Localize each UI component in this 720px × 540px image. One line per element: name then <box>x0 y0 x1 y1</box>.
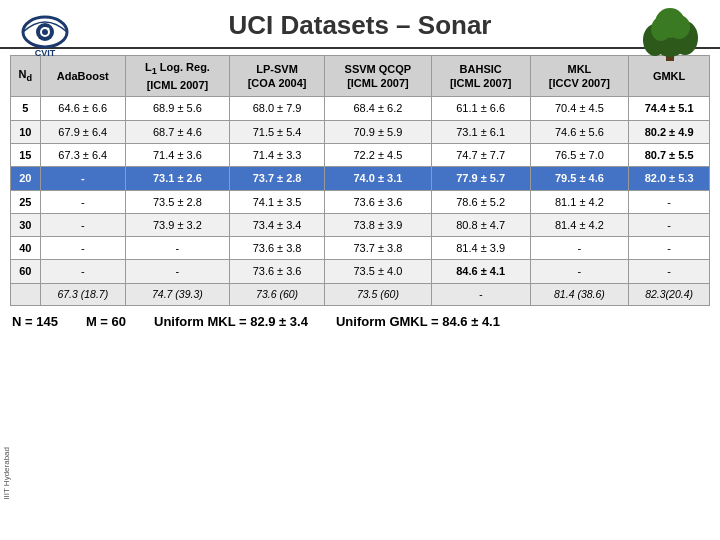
data-cell: 80.8 ± 4.7 <box>431 213 530 236</box>
table-row: 564.6 ± 6.668.9 ± 5.668.0 ± 7.968.4 ± 6.… <box>11 97 710 120</box>
table-footer-row: 67.3 (18.7)74.7 (39.3)73.6 (60)73.5 (60)… <box>11 283 710 306</box>
data-cell: 81.4 ± 3.9 <box>431 237 530 260</box>
table-row: 20-73.1 ± 2.673.7 ± 2.874.0 ± 3.177.9 ± … <box>11 167 710 190</box>
table-row: 1567.3 ± 6.471.4 ± 3.671.4 ± 3.372.2 ± 4… <box>11 144 710 167</box>
col-lpsvm: LP-SVM[COA 2004] <box>229 56 324 97</box>
data-cell: 79.5 ± 4.6 <box>530 167 628 190</box>
m-value: M = 60 <box>86 314 126 329</box>
data-cell: 68.4 ± 6.2 <box>325 97 431 120</box>
col-ssvmqcqp: SSVM QCQP[ICML 2007] <box>325 56 431 97</box>
nd-cell: 20 <box>11 167 41 190</box>
data-cell: 74.7 ± 7.7 <box>431 144 530 167</box>
table-row: 30-73.9 ± 3.273.4 ± 3.473.8 ± 3.980.8 ± … <box>11 213 710 236</box>
data-cell: 73.1 ± 6.1 <box>431 120 530 143</box>
data-cell: 73.6 ± 3.8 <box>229 237 324 260</box>
data-cell: 81.1 ± 4.2 <box>530 190 628 213</box>
col-mkl: MKL[ICCV 2007] <box>530 56 628 97</box>
data-cell: 78.6 ± 5.2 <box>431 190 530 213</box>
n-value: N = 145 <box>12 314 58 329</box>
data-cell: 61.1 ± 6.6 <box>431 97 530 120</box>
data-cell: 70.4 ± 4.5 <box>530 97 628 120</box>
data-cell: 67.3 ± 6.4 <box>40 144 125 167</box>
data-cell: 71.5 ± 5.4 <box>229 120 324 143</box>
cvit-logo: CVIT <box>15 8 75 63</box>
svg-text:CVIT: CVIT <box>35 48 56 58</box>
data-cell: 74.4 ± 5.1 <box>629 97 710 120</box>
data-cell: - <box>629 213 710 236</box>
data-cell: - <box>125 237 229 260</box>
nd-cell: 15 <box>11 144 41 167</box>
page-header: CVIT UCI Datasets – Sonar <box>0 0 720 49</box>
footer-cell: 82.3(20.4) <box>629 283 710 306</box>
data-cell: 70.9 ± 5.9 <box>325 120 431 143</box>
footer-cell: 73.5 (60) <box>325 283 431 306</box>
data-cell: 73.7 ± 2.8 <box>229 167 324 190</box>
data-cell: 73.9 ± 3.2 <box>125 213 229 236</box>
data-cell: - <box>40 190 125 213</box>
data-cell: 67.9 ± 6.4 <box>40 120 125 143</box>
data-cell: - <box>40 167 125 190</box>
footer-cell: 81.4 (38.6) <box>530 283 628 306</box>
nd-cell: 5 <box>11 97 41 120</box>
data-cell: 71.4 ± 3.6 <box>125 144 229 167</box>
data-cell: 84.6 ± 4.1 <box>431 260 530 283</box>
data-cell: - <box>40 213 125 236</box>
footer-cell: 67.3 (18.7) <box>40 283 125 306</box>
data-cell: 82.0 ± 5.3 <box>629 167 710 190</box>
data-cell: 81.4 ± 4.2 <box>530 213 628 236</box>
table-row: 40--73.6 ± 3.873.7 ± 3.881.4 ± 3.9-- <box>11 237 710 260</box>
footer-cell: - <box>431 283 530 306</box>
data-cell: 80.7 ± 5.5 <box>629 144 710 167</box>
data-cell: 73.8 ± 3.9 <box>325 213 431 236</box>
data-cell: 73.6 ± 3.6 <box>229 260 324 283</box>
data-cell: 68.9 ± 5.6 <box>125 97 229 120</box>
nd-cell: 10 <box>11 120 41 143</box>
data-cell: - <box>629 260 710 283</box>
data-table-wrapper: Nd AdaBoost L1 Log. Reg.[ICML 2007] LP-S… <box>0 49 720 308</box>
footer-cell: 73.6 (60) <box>229 283 324 306</box>
nd-cell: 60 <box>11 260 41 283</box>
nd-cell: 40 <box>11 237 41 260</box>
data-cell: - <box>40 260 125 283</box>
side-label: IIIT Hyderabad <box>2 447 11 500</box>
data-cell: 73.5 ± 2.8 <box>125 190 229 213</box>
data-cell: 68.7 ± 4.6 <box>125 120 229 143</box>
data-cell: 73.1 ± 2.6 <box>125 167 229 190</box>
data-cell: - <box>530 237 628 260</box>
data-cell: 73.5 ± 4.0 <box>325 260 431 283</box>
data-cell: 73.7 ± 3.8 <box>325 237 431 260</box>
data-cell: 74.1 ± 3.5 <box>229 190 324 213</box>
table-row: 1067.9 ± 6.468.7 ± 4.671.5 ± 5.470.9 ± 5… <box>11 120 710 143</box>
data-cell: - <box>530 260 628 283</box>
data-cell: - <box>125 260 229 283</box>
data-cell: 71.4 ± 3.3 <box>229 144 324 167</box>
data-cell: 73.4 ± 3.4 <box>229 213 324 236</box>
page-title: UCI Datasets – Sonar <box>229 10 492 41</box>
data-cell: - <box>629 190 710 213</box>
nd-cell: 30 <box>11 213 41 236</box>
data-cell: 73.6 ± 3.6 <box>325 190 431 213</box>
data-cell: 80.2 ± 4.9 <box>629 120 710 143</box>
table-header-row: Nd AdaBoost L1 Log. Reg.[ICML 2007] LP-S… <box>11 56 710 97</box>
svg-point-12 <box>668 15 690 39</box>
data-cell: - <box>629 237 710 260</box>
table-row: 60--73.6 ± 3.673.5 ± 4.084.6 ± 4.1-- <box>11 260 710 283</box>
svg-point-4 <box>47 28 50 31</box>
data-cell: 77.9 ± 5.7 <box>431 167 530 190</box>
results-table: Nd AdaBoost L1 Log. Reg.[ICML 2007] LP-S… <box>10 55 710 306</box>
col-l1log: L1 Log. Reg.[ICML 2007] <box>125 56 229 97</box>
uniform-gmkl: Uniform GMKL = 84.6 ± 4.1 <box>336 314 500 329</box>
tree-logo <box>635 5 705 65</box>
data-cell: 74.0 ± 3.1 <box>325 167 431 190</box>
footer-cell <box>11 283 41 306</box>
footer-cell: 74.7 (39.3) <box>125 283 229 306</box>
data-cell: 74.6 ± 5.6 <box>530 120 628 143</box>
col-bahsic: BAHSIC[ICML 2007] <box>431 56 530 97</box>
nd-cell: 25 <box>11 190 41 213</box>
uniform-mkl: Uniform MKL = 82.9 ± 3.4 <box>154 314 308 329</box>
data-cell: 64.6 ± 6.6 <box>40 97 125 120</box>
table-row: 25-73.5 ± 2.874.1 ± 3.573.6 ± 3.678.6 ± … <box>11 190 710 213</box>
data-cell: 76.5 ± 7.0 <box>530 144 628 167</box>
data-cell: - <box>40 237 125 260</box>
svg-point-11 <box>651 17 671 41</box>
